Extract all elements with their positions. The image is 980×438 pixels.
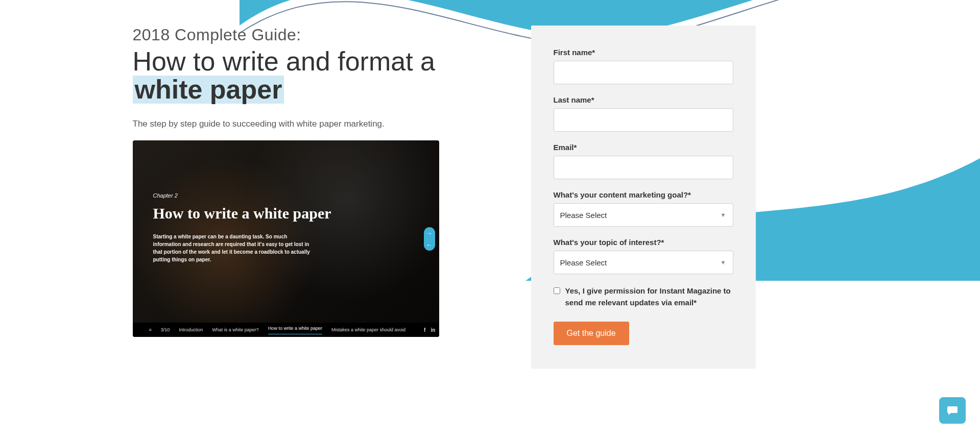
email-label: Email* xyxy=(554,143,733,152)
preview-page-indicator: 3/10 xyxy=(161,327,170,332)
preview-bottom-bar: ≡ 3/10 Introduction What is a white pape… xyxy=(133,323,439,337)
headline-highlight: white paper xyxy=(133,76,284,104)
document-preview[interactable]: Chapter 2 How to write a white paper Sta… xyxy=(133,140,439,337)
menu-icon[interactable]: ≡ xyxy=(149,327,152,332)
facebook-icon[interactable]: f xyxy=(424,327,425,333)
arrow-left-icon: ← xyxy=(426,241,433,249)
lead-form: First name* Last name* Email* What's you… xyxy=(531,26,756,369)
headline-pre: How to write and format a xyxy=(133,46,435,76)
last-name-label: Last name* xyxy=(554,95,733,104)
preview-nav-arrows[interactable]: → ← xyxy=(424,227,435,251)
preview-chapter: Chapter 2 xyxy=(153,192,383,199)
preview-title: How to write a white paper xyxy=(153,205,383,222)
email-field[interactable] xyxy=(554,156,733,179)
page-title: How to write and format a white paper xyxy=(133,47,460,104)
eyebrow: 2018 Complete Guide: xyxy=(133,26,460,44)
first-name-label: First name* xyxy=(554,48,733,57)
subheading: The step by step guide to succeeding wit… xyxy=(133,119,460,129)
linkedin-icon[interactable]: in xyxy=(431,327,435,333)
chat-icon xyxy=(946,404,959,417)
preview-body: Starting a white paper can be a daunting… xyxy=(153,233,312,263)
goal-label: What's your content marketing goal?* xyxy=(554,190,733,199)
consent-text: Yes, I give permission for Instant Magaz… xyxy=(565,285,733,308)
arrow-right-icon: → xyxy=(426,230,433,237)
preview-nav-introduction[interactable]: Introduction xyxy=(179,327,203,332)
topic-select[interactable]: Please Select xyxy=(554,251,733,274)
topic-label: What's your topic of interest?* xyxy=(554,238,733,247)
last-name-field[interactable] xyxy=(554,108,733,132)
preview-nav-what-is[interactable]: What is a white paper? xyxy=(212,327,259,332)
consent-checkbox[interactable] xyxy=(554,287,560,294)
first-name-field[interactable] xyxy=(554,61,733,84)
preview-nav-mistakes[interactable]: Mistakes a white paper should avoid xyxy=(331,327,405,332)
consent-row[interactable]: Yes, I give permission for Instant Magaz… xyxy=(554,285,733,308)
goal-select[interactable]: Please Select xyxy=(554,203,733,227)
preview-nav-how-to-write[interactable]: How to write a white paper xyxy=(268,326,322,334)
chat-button[interactable] xyxy=(939,397,966,424)
submit-button[interactable]: Get the guide xyxy=(554,322,629,345)
